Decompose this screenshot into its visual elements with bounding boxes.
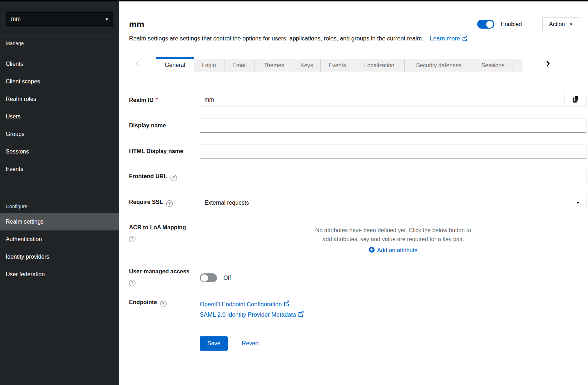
nav-item-identity-providers[interactable]: Identity providers — [0, 248, 119, 265]
realm-id-input[interactable] — [200, 93, 563, 107]
learn-more-link[interactable]: Learn more — [430, 35, 468, 42]
nav-item-realm-settings[interactable]: Realm settings — [0, 213, 119, 230]
tab-general[interactable]: General — [156, 57, 194, 72]
tab-themes[interactable]: Themes — [255, 59, 293, 72]
tab-security-defenses[interactable]: Security defenses — [405, 59, 473, 72]
help-icon[interactable]: ? — [129, 236, 135, 242]
nav-item-realm-roles[interactable]: Realm roles — [0, 90, 119, 108]
caret-down-icon: ▾ — [570, 21, 572, 27]
help-icon[interactable]: ? — [166, 200, 173, 207]
nav-manage-items: Clients Client scopes Realm roles Users … — [0, 52, 119, 181]
realm-selector-value: mm — [11, 16, 21, 22]
external-link-icon — [462, 35, 468, 43]
tab-email[interactable]: Email — [224, 59, 255, 72]
app-root: mm ▾ Manage Clients Client scopes Realm … — [0, 0, 588, 385]
nav-item-user-federation[interactable]: User federation — [0, 265, 119, 283]
copy-icon — [572, 96, 579, 104]
saml-metadata-link[interactable]: SAML 2.0 Identity Provider Metadata — [200, 310, 304, 320]
tab-localization[interactable]: Localization — [354, 59, 405, 72]
copy-realm-id-button[interactable] — [564, 93, 587, 107]
caret-down-icon: ▾ — [577, 200, 579, 205]
action-dropdown-label: Action — [549, 21, 565, 28]
acr-empty-state-text: No attributes have been defined yet. Cli… — [315, 226, 472, 244]
frontend-url-label: Frontend URL? — [129, 173, 200, 181]
display-name-label: Display name — [129, 122, 200, 129]
realm-id-label: Realm ID* — [129, 97, 200, 103]
realm-id-row: Realm ID* — [119, 93, 588, 107]
nav-section-configure: Configure — [0, 181, 119, 213]
add-attribute-link[interactable]: Add an attribute — [200, 247, 587, 254]
sidebar: mm ▾ Manage Clients Client scopes Realm … — [0, 1, 119, 385]
realm-settings-tabs: General Login Email Themes Keys Events L… — [119, 57, 588, 72]
require-ssl-row: Require SSL? External requests ▾ — [119, 196, 588, 210]
nav-section-manage: Manage — [0, 35, 119, 52]
help-icon[interactable]: ? — [171, 175, 177, 181]
user-managed-access-state: Off — [223, 275, 231, 281]
user-managed-access-label: User-managed access ? — [129, 268, 200, 286]
help-icon[interactable]: ? — [160, 301, 167, 307]
chevron-right-icon — [545, 60, 550, 68]
display-name-input[interactable] — [200, 118, 587, 133]
html-display-name-row: HTML Display name — [119, 144, 588, 159]
enabled-label: Enabled — [501, 21, 522, 28]
action-dropdown-button[interactable]: Action ▾ — [542, 17, 579, 31]
require-ssl-select[interactable]: External requests ▾ — [200, 196, 587, 210]
page-description: Realm settings are settings that control… — [129, 35, 424, 42]
page-title: mm — [129, 19, 144, 29]
chevron-left-icon — [135, 60, 140, 68]
caret-down-icon: ▾ — [105, 16, 108, 22]
nav-configure-items: Realm settings Authentication Identity p… — [0, 213, 119, 286]
openid-endpoint-link[interactable]: OpenID Endpoint Configuration — [200, 299, 290, 310]
help-icon[interactable]: ? — [129, 280, 135, 286]
endpoints-label: Endpoints? — [129, 299, 200, 320]
html-display-name-label: HTML Display name — [129, 148, 200, 155]
external-link-icon — [298, 310, 304, 320]
page-description-row: Realm settings are settings that control… — [119, 31, 588, 43]
nav-item-authentication[interactable]: Authentication — [0, 230, 119, 248]
tab-sessions[interactable]: Sessions — [473, 59, 513, 72]
tabs-scroll-left-button[interactable] — [119, 57, 156, 72]
tab-login[interactable]: Login — [194, 59, 224, 72]
nav-item-client-scopes[interactable]: Client scopes — [0, 73, 119, 90]
tabs-viewport: General Login Email Themes Keys Events L… — [156, 57, 523, 72]
required-asterisk: * — [155, 97, 157, 102]
user-managed-access-row: User-managed access ? Off — [119, 268, 588, 286]
acr-mapping-label: ACR to LoA Mapping ? — [129, 221, 200, 254]
nav-item-events[interactable]: Events — [0, 160, 119, 178]
frontend-url-row: Frontend URL? — [119, 170, 588, 184]
main-content: mm Enabled Action ▾ Realm settings are s… — [119, 1, 588, 385]
frontend-url-input[interactable] — [200, 170, 587, 184]
tab-events[interactable]: Events — [321, 59, 354, 72]
display-name-row: Display name — [119, 118, 588, 133]
external-link-icon — [283, 299, 290, 310]
tab-keys[interactable]: Keys — [293, 59, 321, 72]
tabs-scroll-right-button[interactable] — [542, 57, 554, 72]
general-settings-form: Realm ID* Display name — [119, 72, 588, 351]
realm-enabled-toggle[interactable] — [477, 20, 494, 29]
page-header: mm Enabled Action ▾ — [119, 1, 588, 31]
form-actions: Save Revert — [200, 328, 588, 351]
acr-mapping-row: ACR to LoA Mapping ? No attributes have … — [119, 221, 588, 254]
nav-item-sessions[interactable]: Sessions — [0, 143, 119, 160]
nav-item-users[interactable]: Users — [0, 108, 119, 125]
realm-selector[interactable]: mm ▾ — [6, 12, 113, 26]
plus-circle-icon — [369, 247, 375, 254]
require-ssl-label: Require SSL? — [129, 199, 200, 207]
endpoints-row: Endpoints? OpenID Endpoint Configuration… — [119, 299, 588, 320]
require-ssl-selected-value: External requests — [204, 200, 249, 206]
save-button[interactable]: Save — [200, 336, 228, 351]
html-display-name-input[interactable] — [200, 144, 587, 159]
nav-item-groups[interactable]: Groups — [0, 125, 119, 143]
tab-tokens[interactable]: Tokens — [513, 59, 523, 72]
revert-button[interactable]: Revert — [242, 340, 258, 347]
user-managed-access-toggle[interactable] — [200, 273, 217, 282]
nav-item-clients[interactable]: Clients — [0, 55, 119, 73]
